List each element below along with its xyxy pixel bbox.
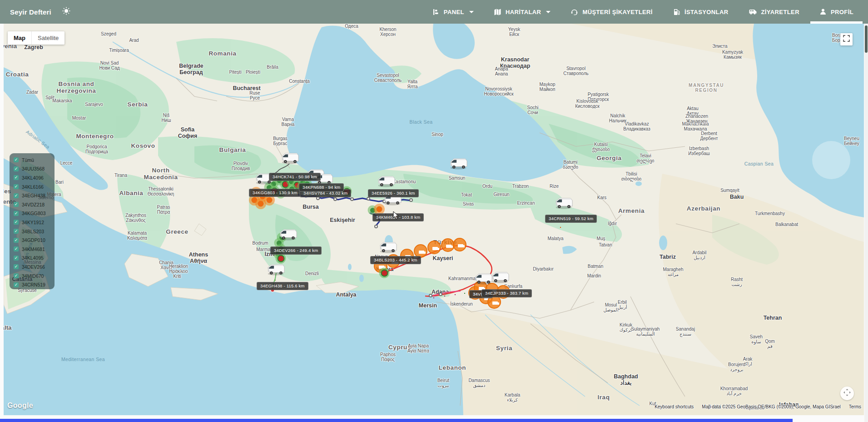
checkbox-checked-icon[interactable]: ✓ xyxy=(14,175,19,180)
map-marker[interactable] xyxy=(409,198,413,202)
vehicle-plate-label: 34DEV266 xyxy=(22,264,45,270)
map-marker[interactable] xyxy=(333,197,337,201)
person-icon xyxy=(819,8,827,15)
vertical-scrollbar-thumb[interactable] xyxy=(865,25,868,53)
vehicle-truck-icon[interactable] xyxy=(277,228,298,243)
vehicle-distance-label[interactable]: 34KPN688 - 94 km xyxy=(299,183,344,191)
fullscreen-icon xyxy=(843,35,850,44)
map-marker[interactable] xyxy=(374,225,378,228)
checkbox-checked-icon[interactable]: ✓ xyxy=(14,184,19,189)
fullscreen-button[interactable] xyxy=(840,33,853,45)
nav-item-musteri-sikayetleri[interactable]: MÜŞTERİ ŞİKAYETLERİ xyxy=(560,0,662,24)
map-canvas[interactable]: ovenia Zagreb Croatia Bosnia and Herzego… xyxy=(4,24,864,415)
vehicle-distance-text: 34HCK741 - 50.98 km xyxy=(273,174,317,179)
keyboard-shortcuts-link[interactable]: Keyboard shortcuts xyxy=(655,404,694,409)
vehicle-filter-row[interactable]: ✓ 34KL6166 xyxy=(14,182,55,191)
vehicle-plate-label: 34KL4095 xyxy=(22,255,44,261)
app-title: Seyir Defteri xyxy=(10,8,51,16)
vehicle-filter-row[interactable]: ✓ 34KGG803 xyxy=(14,209,55,218)
vehicle-distance-label[interactable]: 34EGH438 - 115.6 km xyxy=(257,282,308,290)
vehicle-filter-row[interactable]: ✓ 34EGH438 xyxy=(14,191,55,200)
checkbox-checked-icon[interactable]: ✓ xyxy=(14,229,19,234)
vehicle-truck-icon[interactable] xyxy=(375,175,396,190)
pan-control-button[interactable] xyxy=(840,387,854,400)
checkbox-checked-icon[interactable]: ✓ xyxy=(14,202,19,207)
map-marker[interactable] xyxy=(350,197,354,201)
checkbox-checked-icon[interactable]: ✓ xyxy=(14,273,19,278)
vehicle-filter-row[interactable]: ✓ Tümü xyxy=(14,156,55,165)
nav-label: ZİYARETLER xyxy=(761,9,799,15)
shuttle-van-icon xyxy=(749,8,757,16)
vehicle-filter-row[interactable]: ✓ 34BLS203 xyxy=(14,227,55,236)
checkbox-checked-icon[interactable]: ✓ xyxy=(14,193,19,198)
nav-item-profil[interactable]: PROFİL xyxy=(809,0,863,24)
horizontal-scrollbar[interactable] xyxy=(0,419,793,422)
vehicle-filter-row[interactable]: ✓ 34KY1912 xyxy=(14,218,55,227)
nav-item-panel[interactable]: PANEL xyxy=(422,0,484,24)
vehicle-truck-icon[interactable] xyxy=(489,271,510,286)
vehicle-distance-label[interactable]: 34EE5926 - 360.1 km xyxy=(368,189,419,197)
vehicle-distance-label[interactable]: 34BLS203 - 445.2 km xyxy=(370,256,421,264)
vehicle-filter-row[interactable]: ✓ 34KM4681 xyxy=(14,245,55,254)
map-marker[interactable] xyxy=(367,197,370,201)
checkbox-checked-icon[interactable]: ✓ xyxy=(14,220,19,225)
vehicle-filter-row[interactable]: ✓ 34MID670 xyxy=(14,271,55,281)
vehicle-distance-label[interactable]: 34DEV266 - 249.4 km xyxy=(270,246,322,255)
vehicle-filter-row[interactable]: ✓ 34UU3568 xyxy=(14,165,55,174)
map-marker[interactable] xyxy=(275,280,276,281)
map-marker[interactable] xyxy=(453,238,466,251)
vehicle-plate-label: Tümü xyxy=(22,157,34,163)
map-marker[interactable] xyxy=(560,227,561,228)
vehicle-plate-label: 34KL6166 xyxy=(22,184,44,190)
checkbox-checked-icon[interactable]: ✓ xyxy=(14,264,19,269)
vehicle-distance-label[interactable]: 34KGG803 - 130.9 km xyxy=(249,189,301,197)
vehicle-filter-row[interactable]: ✓ 34GDP010 xyxy=(14,236,55,245)
vehicle-filter-row[interactable]: ✓ 34DEV266 xyxy=(14,262,55,271)
checkbox-checked-icon[interactable]: ✓ xyxy=(14,246,19,251)
mouse-cursor xyxy=(393,211,399,222)
terms-link[interactable]: Terms xyxy=(849,404,861,409)
vehicle-filter-row[interactable]: ✓ 34KL4096 xyxy=(14,173,55,182)
vehicle-truck-icon[interactable] xyxy=(279,151,300,167)
nav-item-istasyonlar[interactable]: İSTASYONLAR xyxy=(663,0,739,24)
checkbox-checked-icon[interactable]: ✓ xyxy=(14,211,19,216)
vehicle-truck-icon[interactable] xyxy=(447,157,468,172)
vehicle-truck-icon[interactable] xyxy=(553,196,574,212)
map-marker[interactable] xyxy=(455,294,456,295)
vehicle-plate-label: 34KL4096 xyxy=(22,175,44,181)
map-data-text: Map data ©2025 GeoBasis-DE/BKG (©2009), … xyxy=(702,404,840,409)
map-type-control: Map Satellite xyxy=(8,31,64,45)
checkbox-checked-icon[interactable]: ✓ xyxy=(14,157,19,162)
vehicle-distance-label[interactable]: 34CRN519 - 59.52 km xyxy=(545,215,597,223)
map-marker[interactable] xyxy=(429,294,432,297)
vehicle-filter-row[interactable]: ✓ 34CRN519 xyxy=(14,280,55,289)
map-type-satellite-button[interactable]: Satellite xyxy=(31,31,64,45)
map-marker[interactable] xyxy=(379,268,390,278)
map-attribution: Keyboard shortcuts Map data ©2025 GeoBas… xyxy=(655,404,861,409)
vehicle-filter-row[interactable]: ✓ 34VDZ218 xyxy=(14,200,55,209)
checkbox-checked-icon[interactable]: ✓ xyxy=(14,238,19,243)
checkbox-checked-icon[interactable]: ✓ xyxy=(14,282,19,287)
map-marker[interactable] xyxy=(427,241,441,254)
vehicle-filter-row[interactable]: ✓ 34KL4095 xyxy=(14,254,55,263)
vehicle-distance-label[interactable]: 34HCK741 - 50.98 km xyxy=(269,173,321,181)
checkbox-checked-icon[interactable]: ✓ xyxy=(14,256,19,261)
map-marker[interactable] xyxy=(444,296,445,296)
vehicle-plate-label: 34BLS203 xyxy=(22,229,44,234)
theme-toggle-button[interactable] xyxy=(60,5,73,19)
map-marker[interactable] xyxy=(433,297,434,298)
vehicle-truck-icon[interactable] xyxy=(265,263,286,278)
nav-label: İSTASYONLAR xyxy=(684,9,729,15)
map-marker[interactable] xyxy=(255,198,266,209)
tune-icon xyxy=(432,8,440,16)
map-type-map-button[interactable]: Map xyxy=(8,31,31,45)
checkbox-checked-icon[interactable]: ✓ xyxy=(14,166,19,171)
vehicle-truck-icon[interactable] xyxy=(377,241,398,256)
nav-item-haritalar[interactable]: HARİTALAR xyxy=(484,0,560,24)
chevron-down-icon xyxy=(546,11,551,13)
map-marker[interactable] xyxy=(439,292,442,296)
nav-item-ziyaretler[interactable]: ZİYARETLER xyxy=(739,0,809,24)
vehicle-distance-label[interactable]: 34EJP333 - 383.7 km xyxy=(481,289,532,297)
vertical-scrollbar-track[interactable] xyxy=(864,24,868,422)
map-marker[interactable] xyxy=(464,293,465,294)
